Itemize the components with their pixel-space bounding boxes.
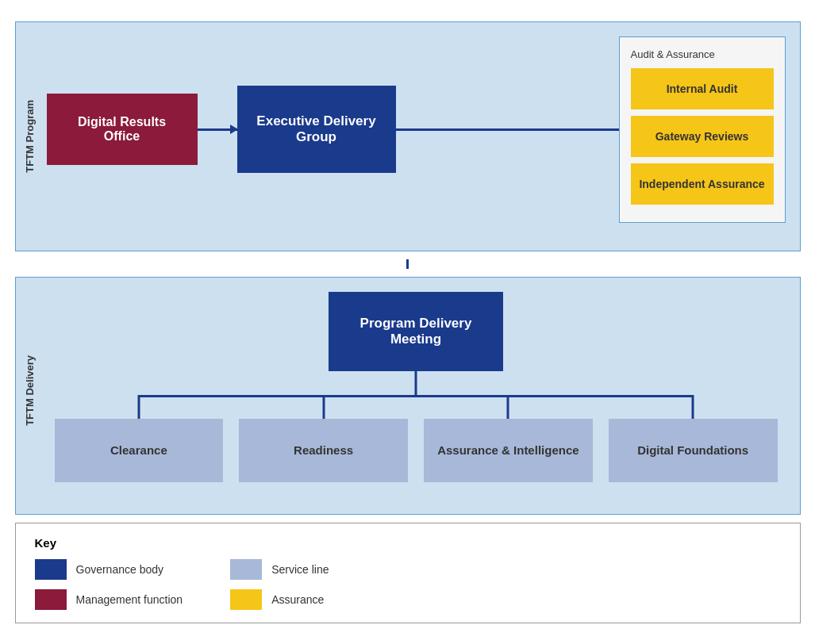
tree-branch-3	[507, 395, 509, 419]
program-label: TFTM Program	[24, 100, 36, 173]
service-boxes: Clearance Readiness Assurance & Intellig…	[47, 419, 786, 482]
tree-branch-4	[692, 395, 694, 419]
internal-audit-box: Internal Audit	[631, 68, 774, 109]
executive-delivery-group-box: Executive Delivery Group	[237, 86, 396, 173]
delivery-inner: Program Delivery Meeting Clearance Readi…	[47, 292, 786, 482]
h-line-edg-audit	[396, 128, 619, 131]
key-item-assurance: Assurance	[230, 589, 329, 610]
key-item-gov: Governance body	[35, 559, 183, 580]
key-col-left: Governance body Management function	[35, 559, 183, 610]
gov-swatch	[35, 559, 67, 580]
program-inner: Digital Results Office Executive Deliver…	[47, 36, 786, 223]
tree-branch-1	[137, 395, 140, 419]
tree-h-line	[139, 395, 693, 397]
program-delivery-meeting-box: Program Delivery Meeting	[329, 292, 503, 371]
mgmt-label: Management function	[76, 593, 183, 606]
arrow-dro-edg	[198, 128, 237, 131]
gateway-reviews-box: Gateway Reviews	[631, 116, 774, 157]
service-label: Service line	[271, 563, 329, 576]
section-gap-connector	[15, 259, 801, 269]
gov-label: Governance body	[76, 563, 164, 576]
assurance-swatch	[230, 589, 262, 610]
key-item-mgmt: Management function	[35, 589, 183, 610]
diagram-container: TFTM Program Digital Results Office Exec…	[15, 21, 801, 623]
service-swatch	[230, 559, 262, 580]
digital-results-office-box: Digital Results Office	[47, 94, 198, 165]
tree-connector	[47, 371, 786, 419]
assurance-intelligence-box: Assurance & Intelligence	[424, 419, 593, 482]
clearance-box: Clearance	[55, 419, 224, 482]
key-items: Governance body Management function Serv…	[35, 559, 781, 610]
tree-v-line	[415, 371, 417, 395]
program-section: TFTM Program Digital Results Office Exec…	[15, 21, 801, 251]
readiness-box: Readiness	[239, 419, 408, 482]
key-title: Key	[35, 536, 781, 550]
delivery-section: TFTM Delivery Program Delivery Meeting C…	[15, 277, 801, 515]
mgmt-swatch	[35, 589, 67, 610]
audit-assurance-section: Audit & Assurance Internal Audit Gateway…	[619, 36, 786, 223]
audit-title: Audit & Assurance	[631, 48, 774, 60]
tree-branch-2	[322, 395, 325, 419]
independent-assurance-box: Independent Assurance	[631, 163, 774, 205]
assurance-label: Assurance	[271, 593, 324, 606]
key-col-right: Service line Assurance	[230, 559, 329, 610]
key-item-service: Service line	[230, 559, 329, 580]
key-section: Key Governance body Management function …	[15, 523, 801, 623]
digital-foundations-box: Digital Foundations	[609, 419, 778, 482]
gap-line	[406, 259, 409, 269]
delivery-label: TFTM Delivery	[24, 355, 36, 426]
